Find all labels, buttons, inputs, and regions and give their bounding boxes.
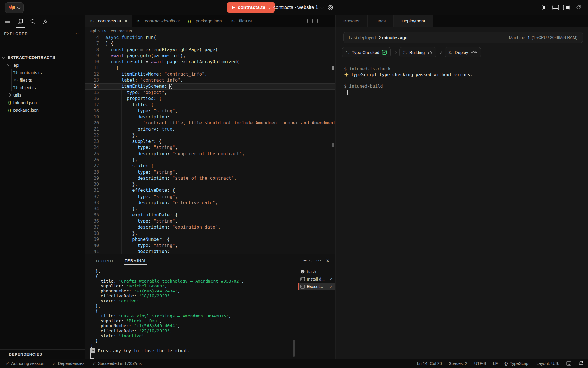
session-label: Execut...	[307, 284, 323, 289]
code-line-18[interactable]: 18 type: "string",	[85, 108, 335, 114]
code-line-35[interactable]: 35 expirationDate: {	[85, 212, 335, 218]
explorer-files-button[interactable]	[14, 15, 26, 28]
notifications-bell-icon[interactable]	[578, 361, 583, 366]
close-icon[interactable]: ✕	[124, 19, 128, 23]
terminal-session-bash[interactable]: bash	[298, 268, 335, 275]
breadcrumb-item[interactable]: api	[90, 29, 96, 33]
sidebar-item-object-ts[interactable]: TSobject.ts	[0, 84, 85, 91]
status-authoring-session[interactable]: ✓Authoring session	[6, 361, 44, 366]
sidebar-item-package-json[interactable]: {}package.json	[0, 106, 85, 114]
run-button[interactable]: contracts.ts	[227, 2, 275, 13]
code-line-24[interactable]: 24 type: "string",	[85, 145, 335, 151]
more-actions-icon[interactable]: ···	[316, 258, 322, 263]
status-utf-8[interactable]: UTF-8	[474, 361, 486, 366]
code-line-28[interactable]: 28 type: "string",	[85, 169, 335, 175]
app-logo-menu[interactable]	[5, 2, 24, 13]
code-line-20[interactable]: 20 'contract title, title should not inc…	[85, 120, 335, 126]
code-line-10[interactable]: 10 const result = await page.extractArra…	[85, 59, 335, 65]
code-line-19[interactable]: 19 description:	[85, 114, 335, 120]
toggle-bottom-panel-button[interactable]	[552, 5, 559, 10]
close-panel-icon[interactable]: ✕	[326, 258, 330, 264]
terminal-session-execut[interactable]: Execut...✓	[298, 283, 335, 290]
code-line-29[interactable]: 29 description: "state of the contract",	[85, 175, 335, 181]
status-typescript[interactable]: {}TypeScript	[504, 361, 529, 366]
code-line-16[interactable]: 16 properties: {	[85, 96, 335, 102]
code-line-7[interactable]: 7) {	[85, 41, 335, 47]
terminal-output[interactable]: }, { title: 'Crafts Wearable technology …	[85, 269, 298, 359]
tab-contract-details-ts[interactable]: TScontract-details.ts	[132, 15, 184, 27]
code-line-9[interactable]: 9 await page.goto(params.url);	[85, 53, 335, 59]
settings-button[interactable]	[326, 0, 335, 15]
more-actions-icon[interactable]: ···	[327, 18, 332, 24]
deploy-rocket-button[interactable]	[575, 4, 582, 11]
status-ln-14-col-26[interactable]: Ln 14, Col 26	[417, 361, 442, 366]
split-editor-icon[interactable]	[307, 19, 313, 23]
sidebar-item-contracts-ts[interactable]: TScontracts.ts	[0, 69, 85, 76]
run-and-debug-button[interactable]	[40, 15, 51, 28]
sidebar-item-files-ts[interactable]: TSfiles.ts	[0, 76, 85, 84]
sidebar-item-utils[interactable]: utils	[0, 91, 85, 99]
code-line-37[interactable]: 37 description: "expiration date",	[85, 224, 335, 230]
code-line-38[interactable]: 38 },	[85, 231, 335, 237]
code-line-26[interactable]: 26 },	[85, 157, 335, 163]
code-line-8[interactable]: 8 const page = extendPlaywrightPage(_pag…	[85, 47, 335, 53]
code-line-4[interactable]: 4async function run(	[85, 34, 335, 41]
step-type-checked[interactable]: 1.Type Checked	[342, 47, 391, 57]
split-editor-icon[interactable]	[317, 19, 322, 23]
status-dependencies[interactable]: ✓Dependencies	[52, 361, 84, 366]
code-line-31[interactable]: 31 effectiveDate: {	[85, 187, 335, 193]
code-line-33[interactable]: 33 description: "effective date",	[85, 200, 335, 206]
code-line-13[interactable]: 13 label: "contract_info",	[85, 77, 335, 83]
terminal-scrollbar[interactable]	[293, 340, 295, 357]
code-line-14[interactable]: 14 itemEntitySchema: {	[85, 83, 335, 89]
sidebar-item-extract-contracts[interactable]: EXTRACT-CONTRACTS	[0, 54, 85, 61]
chevron-down-icon[interactable]	[309, 258, 312, 262]
code-line-34[interactable]: 34 },	[85, 206, 335, 212]
sidebar-item-api[interactable]: api	[0, 61, 85, 69]
status-layout-u-s[interactable]: Layout: U.S.	[536, 361, 559, 366]
toggle-right-panel-button[interactable]	[563, 5, 570, 10]
status-spaces-2[interactable]: Spaces: 2	[449, 361, 467, 366]
tab-deployment[interactable]: Deployment	[394, 15, 433, 27]
code-line-41[interactable]: 41 description:	[85, 249, 335, 254]
scrollbar-mark[interactable]	[332, 143, 334, 147]
breadcrumb[interactable]: api›TScontracts.ts	[85, 27, 335, 35]
dependencies-section[interactable]: DEPENDENCIES	[0, 349, 85, 359]
code-line-32[interactable]: 32 type: "string",	[85, 194, 335, 200]
code-line-27[interactable]: 27 state: {	[85, 163, 335, 169]
code-line-36[interactable]: 36 type: "string",	[85, 218, 335, 224]
tab-browser[interactable]: Browser	[336, 15, 368, 27]
menu-button[interactable]	[2, 15, 13, 28]
terminal-session-install-d[interactable]: Install d...✓	[298, 275, 335, 283]
breadcrumb-item[interactable]: contracts.ts	[111, 29, 132, 33]
project-selector[interactable]: contracts - website 1	[273, 0, 323, 15]
terminal-tab-output[interactable]: OUTPUT	[96, 257, 115, 265]
new-terminal-icon[interactable]: +	[303, 258, 307, 264]
code-line-25[interactable]: 25 description: "supplier of the contrac…	[85, 151, 335, 157]
code-line-21[interactable]: 21 primary: true,	[85, 126, 335, 132]
code-line-15[interactable]: 15 type: "object",	[85, 90, 335, 96]
code-line-11[interactable]: 11 {	[85, 65, 335, 71]
code-line-39[interactable]: 39 phoneNumber: {	[85, 237, 335, 243]
status-lf[interactable]: LF	[493, 361, 498, 366]
code-line-17[interactable]: 17 title: {	[85, 102, 335, 108]
code-area[interactable]: 4async function run(7) {8 const page = e…	[85, 34, 335, 254]
code-line-12[interactable]: 12 itemEntityName: "contract_info",	[85, 71, 335, 77]
tab-contracts-ts[interactable]: TScontracts.ts✕	[85, 15, 132, 27]
code-line-23[interactable]: 23 supplier: {	[85, 139, 335, 145]
terminal-status-button[interactable]	[566, 361, 571, 366]
code-line-30[interactable]: 30 },	[85, 181, 335, 187]
code-line-22[interactable]: 22 },	[85, 133, 335, 139]
search-button[interactable]	[27, 15, 38, 28]
code-line-40[interactable]: 40 type: "string",	[85, 243, 335, 249]
step-deploy[interactable]: 3.Deploy	[445, 47, 481, 57]
toggle-left-panel-button[interactable]	[542, 5, 548, 10]
more-actions-icon[interactable]: ···	[76, 31, 81, 36]
terminal-tab-terminal[interactable]: TERMINAL	[124, 257, 147, 265]
step-building[interactable]: 2.Building	[399, 47, 436, 57]
tab-docs[interactable]: Docs	[368, 15, 394, 27]
status-succeeded-in-17352ms[interactable]: ✓Succeeded in 17352ms	[92, 361, 142, 366]
sidebar-item-intuned-json[interactable]: {}Intuned.json	[0, 99, 85, 106]
tab-package-json[interactable]: {}package.json	[184, 15, 226, 27]
tab-files-ts[interactable]: TSfiles.ts	[226, 15, 256, 27]
